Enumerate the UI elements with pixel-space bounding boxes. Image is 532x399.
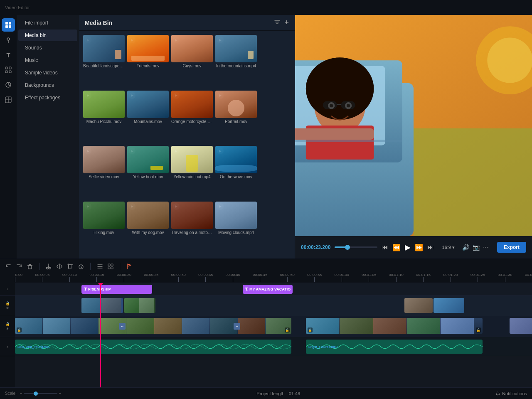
media-item-name: Selfie video.mov <box>83 175 125 179</box>
list-item[interactable]: ▶ Moving clouds.mp4 <box>215 202 257 255</box>
list-item[interactable]: ▶ On the wave.mov <box>215 146 257 199</box>
list-item[interactable]: ▶ Yellow boat.mov <box>127 146 169 199</box>
redo-button[interactable] <box>16 263 22 270</box>
transition-icon-2[interactable]: ↔ <box>234 323 240 330</box>
sidebar-icon-text[interactable]: T <box>2 48 15 62</box>
secondary-video-strip[interactable]: 🔒 🔒 <box>306 318 483 334</box>
play-button[interactable]: ▶ <box>405 243 411 252</box>
list-item[interactable]: ▶ With my dog.mov <box>127 202 169 255</box>
list-item[interactable]: ▶ Beautiful landscape.mp4 <box>83 35 125 88</box>
add-title-icon[interactable]: + <box>6 287 8 291</box>
aspect-ratio-selector[interactable]: 16:9 ▾ <box>442 245 455 250</box>
list-item[interactable]: ▶ Yellow raincoat.mp4 <box>171 146 213 199</box>
svg-point-28 <box>487 38 532 83</box>
preview-progress-thumb[interactable] <box>345 245 350 250</box>
list-item[interactable]: ▶ Guys.mov <box>171 35 213 88</box>
title-clip-icon: 𝐓 <box>84 287 87 292</box>
title-clip-label: FRIENDSHIP <box>88 287 111 291</box>
scale-slider-track[interactable] <box>24 393 57 394</box>
title-clip-vacation[interactable]: 𝐓 MY AMAZING VACATIO <box>243 285 293 294</box>
sidebar-icon-pin[interactable] <box>2 33 15 47</box>
eye-icon-2[interactable]: 👁 <box>6 327 9 331</box>
ruler-mark: 00:00:30 <box>178 277 179 282</box>
cut-button[interactable] <box>45 263 52 270</box>
track-side-controls: + 🔒 👁 🔒 👁 ♪ <box>0 274 15 387</box>
list-item[interactable]: ▶ Machu Picchu.mov <box>83 91 125 144</box>
bottom-bar: Scale: − + Project length: 01:46 Notific… <box>0 387 532 399</box>
panel-button[interactable] <box>107 263 114 270</box>
list-item[interactable]: ▶ Mountains.mov <box>127 91 169 144</box>
svg-rect-26 <box>414 128 532 236</box>
lock-icon[interactable]: 🔒 <box>5 301 10 305</box>
svg-rect-33 <box>69 265 72 268</box>
volume-icon[interactable]: 🔊 <box>462 244 469 251</box>
ruler-mark: 00:00:15 <box>96 277 97 282</box>
track-side-video-2: 🔒 👁 <box>0 316 15 337</box>
svg-rect-38 <box>111 267 113 269</box>
sidebar-icon-clock[interactable] <box>2 78 15 91</box>
scale-slider[interactable]: − + <box>20 391 62 396</box>
list-item[interactable]: ▶ Hiking.mov <box>83 202 125 255</box>
video-clip-2[interactable] <box>124 298 155 313</box>
media-thumbnail: ▶ <box>171 91 213 118</box>
ruler-mark: 00:00:40 <box>233 277 233 282</box>
list-item[interactable]: ▶ In the mountains.mp4 <box>215 35 257 88</box>
delete-button[interactable] <box>27 263 33 270</box>
sidebar-item-file-import[interactable]: File import <box>18 17 77 29</box>
sidebar-item-media-bin[interactable]: Media bin <box>18 30 77 41</box>
sidebar-item-effect-packages[interactable]: Effect packages <box>18 92 77 103</box>
ruler-mark: 00:01:05 <box>369 277 369 282</box>
sidebar-item-sounds[interactable]: Sounds <box>18 42 77 54</box>
scale-minus-icon[interactable]: − <box>20 391 22 396</box>
step-back-button[interactable]: ⏪ <box>392 244 401 251</box>
undo-button[interactable] <box>5 263 12 270</box>
media-item-name: Guys.mov <box>171 64 213 68</box>
audio-icon[interactable]: ♪ <box>6 344 9 349</box>
add-media-icon[interactable]: + <box>284 18 289 27</box>
list-item[interactable]: ▶ Selfie video.mov <box>83 146 125 199</box>
sidebar-icon-media[interactable] <box>2 18 15 32</box>
eye-icon[interactable]: 👁 <box>6 306 9 310</box>
title-clip-icon-2: 𝐓 <box>245 287 248 292</box>
list-item[interactable]: ▶ Portrait.mov <box>215 91 257 144</box>
flip-button[interactable] <box>56 263 63 270</box>
list-item[interactable]: ▶ Traveling on a motorbike.mp4 <box>171 202 213 255</box>
skip-to-start-button[interactable]: ⏮ <box>382 244 388 251</box>
camera-icon[interactable]: 📷 <box>473 244 480 251</box>
export-button[interactable]: Export <box>497 242 526 253</box>
title-clip-friendship[interactable]: 𝐓 FRIENDSHIP <box>81 285 152 294</box>
step-forward-button[interactable]: ⏩ <box>415 244 423 251</box>
lock-icon-2[interactable]: 🔒 <box>5 322 10 326</box>
sidebar-item-sample-videos[interactable]: Sample videos <box>18 67 77 79</box>
list-view-button[interactable] <box>96 263 103 270</box>
list-item[interactable]: ▶ Friends.mov <box>127 35 169 88</box>
overflow-video-clip[interactable] <box>510 318 532 334</box>
sidebar-icon-effects[interactable] <box>2 63 15 76</box>
video-frame-4 <box>433 298 464 313</box>
audio-clip-1[interactable]: Bold_And_Young.mp3 <box>15 340 291 354</box>
scale-slider-thumb[interactable] <box>34 392 38 396</box>
skip-to-end-button[interactable]: ⏭ <box>427 244 434 251</box>
audio-clip-2[interactable]: Bright_Futures.mp3 <box>306 340 483 354</box>
media-item-name: In the mountains.mp4 <box>215 64 257 68</box>
crop-button[interactable] <box>67 263 74 270</box>
filter-icon[interactable] <box>274 19 280 26</box>
video-clip-3[interactable] <box>404 298 433 313</box>
main-video-strip[interactable]: 🔒 🔒 <box>15 318 291 334</box>
preview-progress-bar[interactable] <box>335 246 377 248</box>
video-clip-1[interactable] <box>81 298 123 313</box>
timer-button[interactable] <box>78 263 84 270</box>
more-options-icon[interactable]: ⋯ <box>483 244 489 251</box>
sidebar-item-music[interactable]: Music <box>18 54 77 66</box>
video-clip-4[interactable] <box>433 298 464 313</box>
sidebar-item-backgrounds[interactable]: Backgrounds <box>18 79 77 91</box>
sidebar-icon-grid[interactable] <box>2 93 15 106</box>
clip-lock-icon-right: 🔒 <box>285 328 290 332</box>
track-side-audio: ♪ <box>0 337 15 356</box>
flag-button[interactable] <box>126 263 133 270</box>
list-item[interactable]: ▶ Orange motorcycle.mov <box>171 91 213 144</box>
notifications-area[interactable]: Notifications <box>495 391 527 396</box>
media-item-name: Mountains.mov <box>127 119 169 124</box>
transition-icon-1[interactable]: ↔ <box>119 323 126 330</box>
media-bin-header: Media Bin + <box>79 15 295 31</box>
